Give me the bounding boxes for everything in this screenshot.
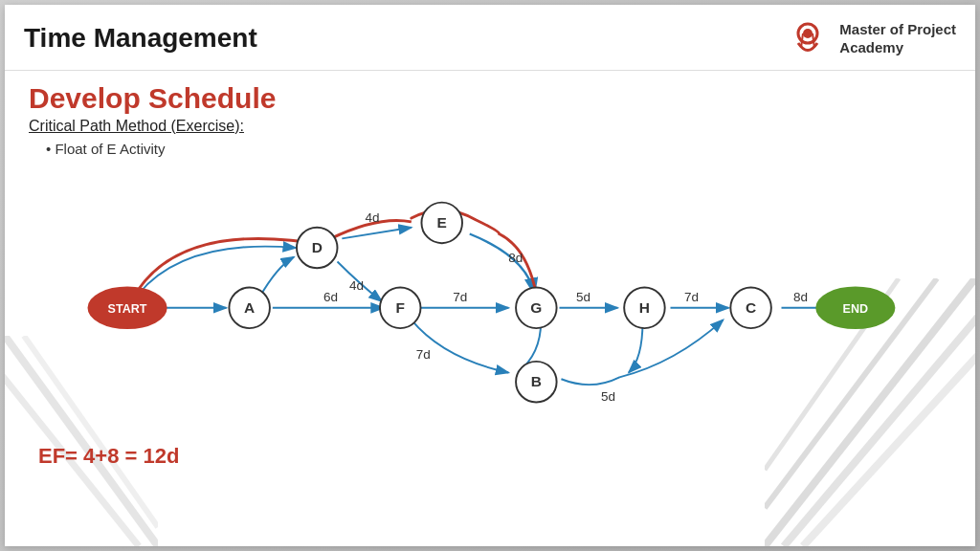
svg-text:4d: 4d xyxy=(349,278,364,293)
svg-text:B: B xyxy=(531,373,542,389)
logo-area: Master of ProjectAcademy xyxy=(784,14,956,62)
ef-formula: EF= 4+8 = 12d xyxy=(38,444,951,469)
svg-text:4d: 4d xyxy=(366,210,380,225)
svg-text:D: D xyxy=(312,239,323,255)
svg-text:8d: 8d xyxy=(508,251,523,265)
svg-text:C: C xyxy=(746,299,756,316)
network-diagram: 6d 4d 4d 8d 7d 7d 5d 7d 5d 8d xyxy=(29,165,951,442)
bullet-point: • Float of E Activity xyxy=(46,141,951,157)
section-title: Develop Schedule xyxy=(29,82,951,115)
svg-text:7d: 7d xyxy=(416,347,431,362)
svg-text:7d: 7d xyxy=(453,290,467,304)
subtitle: Critical Path Method (Exercise): xyxy=(29,118,951,135)
bullet-text: Float of E Activity xyxy=(55,141,165,157)
logo-icon xyxy=(784,14,832,62)
svg-point-9 xyxy=(803,29,813,38)
svg-text:START: START xyxy=(108,302,147,316)
svg-text:E: E xyxy=(437,214,447,231)
header: Time Management Master of ProjectAcademy xyxy=(5,5,975,71)
svg-text:END: END xyxy=(843,302,869,316)
svg-text:6d: 6d xyxy=(323,290,338,304)
svg-text:A: A xyxy=(244,299,255,316)
svg-text:F: F xyxy=(396,299,405,316)
svg-text:5d: 5d xyxy=(601,389,615,404)
body-content: Develop Schedule Critical Path Method (E… xyxy=(5,71,975,480)
logo-text: Master of ProjectAcademy xyxy=(839,20,956,57)
svg-text:8d: 8d xyxy=(793,290,808,304)
svg-text:G: G xyxy=(530,299,542,316)
svg-text:7d: 7d xyxy=(684,290,699,304)
svg-text:5d: 5d xyxy=(576,290,590,304)
svg-text:H: H xyxy=(639,299,650,316)
page-title: Time Management xyxy=(24,23,257,54)
